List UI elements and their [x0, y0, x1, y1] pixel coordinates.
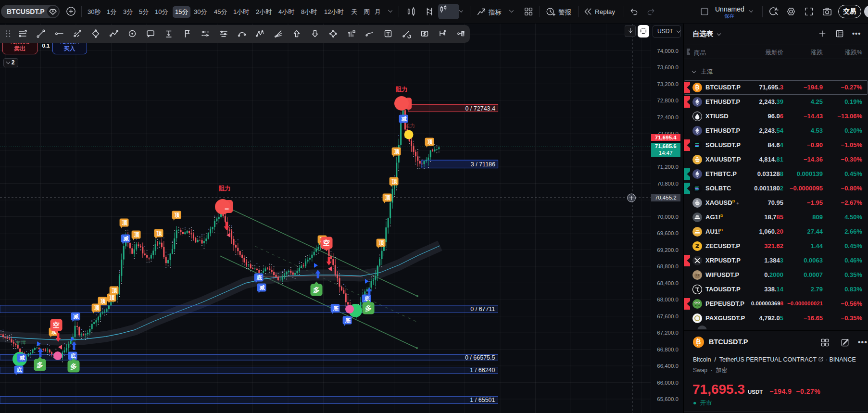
svg-text:阻力: 阻力 [396, 86, 408, 93]
svg-text:减: 减 [20, 355, 25, 361]
svg-text:70,000.0: 70,000.0 [657, 214, 679, 220]
svg-text:3 / 71186: 3 / 71186 [471, 161, 495, 168]
svg-text:顶: 顶 [394, 149, 400, 154]
svg-text:多: 多 [37, 361, 43, 369]
svg-text:0 / 67711: 0 / 67711 [470, 306, 495, 313]
svg-text:顶: 顶 [122, 220, 128, 225]
svg-text:66,400.0: 66,400.0 [657, 363, 679, 369]
svg-text:1 / 66240: 1 / 66240 [470, 367, 495, 374]
svg-text:减: 减 [260, 285, 265, 290]
svg-text:69,200.0: 69,200.0 [657, 247, 679, 253]
svg-text:底: 底 [345, 317, 351, 323]
svg-text:70,800.0: 70,800.0 [657, 181, 679, 187]
svg-text:顶: 顶 [109, 295, 115, 300]
svg-text:72,800.0: 72,800.0 [657, 98, 679, 103]
svg-text:66,800.0: 66,800.0 [657, 347, 679, 352]
svg-text:底: 底 [70, 353, 76, 359]
svg-text:顶: 顶 [174, 212, 180, 218]
svg-text:0 / 66575.5: 0 / 66575.5 [465, 354, 495, 361]
svg-text:顶: 顶 [385, 195, 391, 200]
svg-text:顶: 顶 [156, 230, 163, 236]
svg-text:顶: 顶 [134, 232, 140, 238]
svg-text:减: 减 [74, 313, 79, 319]
svg-text:底: 底 [256, 275, 263, 280]
svg-text:多: 多 [313, 286, 320, 294]
svg-text:阻力: 阻力 [219, 185, 231, 192]
svg-text:74,000.0: 74,000.0 [657, 48, 679, 54]
svg-text:68,800.0: 68,800.0 [657, 263, 679, 269]
svg-text:71,200.0: 71,200.0 [657, 164, 679, 170]
svg-text:顶: 顶 [100, 298, 106, 304]
svg-text:顶: 顶 [378, 240, 385, 246]
svg-text:顶: 顶 [427, 139, 433, 145]
svg-text:多: 多 [365, 304, 372, 312]
svg-text:顶: 顶 [112, 288, 118, 293]
svg-text:顶: 顶 [94, 305, 100, 311]
svg-text:减: 减 [402, 116, 407, 122]
svg-text:空: 空 [53, 321, 60, 329]
svg-text:68,400.0: 68,400.0 [657, 280, 679, 286]
svg-text:底: 底 [16, 367, 23, 373]
svg-text:1 / 65501: 1 / 65501 [470, 397, 495, 403]
svg-text:B: B [696, 338, 701, 346]
svg-text:空: 空 [323, 239, 330, 247]
svg-text:66,000.0: 66,000.0 [657, 380, 679, 386]
svg-text:73,600.0: 73,600.0 [657, 64, 679, 70]
svg-text:支撑: 支撑 [15, 340, 26, 346]
svg-text:减: 减 [124, 236, 129, 241]
svg-text:67,200.0: 67,200.0 [657, 330, 679, 336]
svg-text:B: B [695, 84, 700, 91]
svg-text:73,200.0: 73,200.0 [657, 81, 679, 87]
svg-text:多: 多 [70, 363, 77, 370]
svg-text:72,400.0: 72,400.0 [657, 114, 679, 120]
svg-text:69,600.0: 69,600.0 [657, 230, 679, 236]
svg-text:阻力: 阻力 [405, 123, 415, 128]
svg-text:顶: 顶 [391, 178, 398, 184]
svg-text:65,600.0: 65,600.0 [657, 396, 679, 402]
svg-text:0 / 72743.4: 0 / 72743.4 [465, 105, 495, 112]
svg-text:68,000.0: 68,000.0 [657, 297, 679, 302]
svg-text:底: 底 [333, 305, 339, 311]
svg-text:67,600.0: 67,600.0 [657, 313, 679, 319]
svg-text:底: 底 [364, 296, 370, 301]
